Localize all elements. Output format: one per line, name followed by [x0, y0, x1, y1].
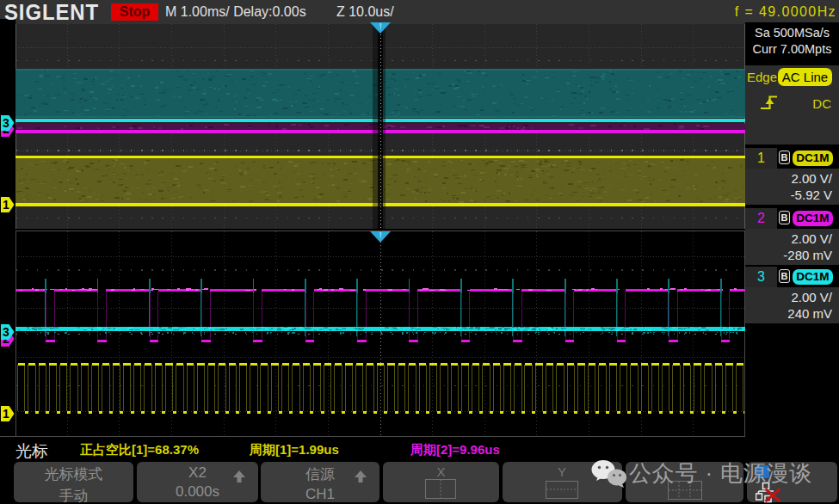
svg-text:1: 1: [3, 407, 9, 421]
svg-text:3: 3: [3, 116, 9, 130]
svg-text:1: 1: [3, 198, 9, 212]
svg-text:3: 3: [3, 325, 9, 339]
